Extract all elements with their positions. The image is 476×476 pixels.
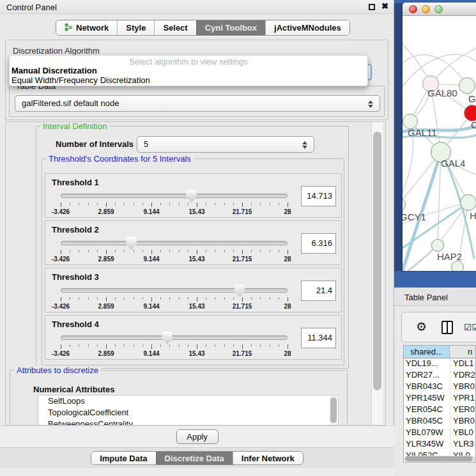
scrollbar-thumb[interactable] — [330, 397, 337, 423]
threshold-4-slider[interactable] — [61, 335, 288, 340]
attribute-item[interactable]: BetweennessCentrality — [38, 418, 338, 426]
table-row[interactable]: YDL19...YDL1 — [404, 358, 475, 370]
table-row[interactable]: YBL079WYBL0 — [404, 427, 475, 439]
tab-select[interactable]: Select — [154, 20, 196, 35]
node-label: H — [470, 210, 476, 221]
threshold-3-slider[interactable] — [61, 288, 288, 293]
network-canvas[interactable]: GAL80 G C GAL11 GAL4 GCY1 H HAP2 — [403, 16, 476, 271]
top-tab-bar: Network Style Select Cyni Toolbox jActiv… — [56, 20, 350, 36]
control-panel: Control Panel ✖ Network Style — [0, 0, 394, 476]
table-horizontal-scrollbar[interactable] — [404, 456, 475, 462]
slider-ticks — [61, 344, 288, 349]
slider-ticks — [61, 297, 288, 302]
tab-jactivemnodules[interactable]: jActiveMNodules — [265, 20, 349, 35]
thresholds-group: Threshold's Coordinates for 5 Intervals … — [42, 158, 344, 365]
num-intervals-select[interactable]: 5 — [137, 136, 314, 153]
algorithm-dropdown-popup: Select algorithm to view settings Manual… — [9, 55, 368, 86]
network-node[interactable] — [451, 261, 464, 271]
slider-ticks — [61, 203, 288, 208]
attributes-group-title: Attributes to discretize — [14, 365, 101, 375]
table-row[interactable]: YPR145WYPR1 — [404, 393, 475, 404]
tab-impute-data[interactable]: Impute Data — [91, 452, 155, 464]
node-label: GAL80 — [427, 88, 457, 98]
table-row[interactable]: YDR27...YDR2 — [404, 370, 475, 381]
attribute-item[interactable]: SelfLoops — [38, 395, 338, 407]
threshold-2-value-field[interactable]: 6.316 — [301, 233, 336, 254]
column-header-name[interactable]: n — [450, 346, 475, 358]
table-panel-header: Table Panel — [394, 288, 476, 306]
table-row[interactable]: YIL052CYIL0 — [404, 450, 475, 456]
slider-thumb[interactable] — [186, 190, 197, 203]
table-panel-title: Table Panel — [404, 293, 448, 302]
close-traffic-light[interactable] — [409, 5, 417, 13]
attributes-group: Attributes to discretize Numerical Attri… — [10, 370, 348, 426]
table-row[interactable]: YBR043CYBR0 — [404, 381, 475, 393]
table-body: YDL19...YDL1 YDR27...YDR2 YBR043CYBR0 YP… — [404, 358, 475, 456]
column-header-shared-name[interactable]: shared... — [404, 346, 450, 358]
threshold-1-slider[interactable] — [61, 194, 288, 198]
table-row[interactable]: YER054CYER0 — [404, 404, 475, 416]
network-node[interactable] — [460, 194, 476, 211]
node-label: GCY1 — [403, 211, 426, 222]
apply-button[interactable]: Apply — [176, 429, 219, 444]
minimize-traffic-light[interactable] — [422, 5, 430, 13]
network-node[interactable] — [459, 77, 475, 94]
threshold-4-value-field[interactable]: 11.344 — [301, 328, 336, 348]
attributes-list-scrollbar[interactable] — [330, 396, 337, 426]
tab-label: Cyni Toolbox — [205, 23, 257, 33]
algorithm-option-manual[interactable]: Manual Discretization — [10, 66, 367, 75]
threshold-4-box: Threshold 4 -3.426 2.859 9.144 15.43 21.… — [45, 315, 342, 360]
table-data-select[interactable]: galFiltered.sif default node — [15, 95, 380, 112]
table-header-row: shared... n — [404, 346, 475, 358]
network-view-window[interactable]: GAL80 G C GAL11 GAL4 GCY1 H HAP2 — [403, 3, 476, 271]
table-panel: Table Panel ⚙ ☑☑ shared... n YDL19...YDL… — [394, 288, 476, 476]
tab-discretize-data[interactable]: Discretize Data — [156, 452, 233, 464]
table-toolbar: ⚙ ☑☑ — [401, 312, 476, 342]
table-row[interactable]: YLR345WYLR3 — [404, 439, 475, 450]
tab-infer-network[interactable]: Infer Network — [233, 452, 303, 464]
algorithm-prompt-option[interactable]: Select algorithm to view settings — [10, 56, 367, 66]
scrollbar-thumb[interactable] — [405, 456, 472, 461]
scrollbar-thumb[interactable] — [373, 132, 381, 390]
tab-cyni-toolbox[interactable]: Cyni Toolbox — [196, 20, 265, 35]
threshold-label: Threshold 4 — [52, 319, 99, 329]
close-icon[interactable]: ✖ — [381, 1, 388, 11]
thresholds-group-title: Threshold's Coordinates for 5 Intervals — [46, 154, 194, 164]
table-row[interactable]: YBR045CYBR0 — [404, 416, 475, 427]
float-window-icon[interactable] — [369, 4, 375, 10]
num-intervals-value: 5 — [144, 139, 148, 149]
window-edge-strip — [394, 3, 403, 271]
bottom-tab-bar: Impute Data Discretize Data Infer Networ… — [0, 447, 394, 467]
slider-thumb[interactable] — [234, 284, 245, 297]
select-checkboxes-icon[interactable]: ☑☑ — [464, 322, 476, 332]
algorithm-option-equal-width[interactable]: Equal Width/Frequency Discretization — [10, 75, 367, 85]
threshold-1-value-field[interactable]: 14.713 — [301, 186, 336, 206]
panel-title: Control Panel — [6, 3, 57, 12]
tab-label: Select — [163, 23, 187, 33]
network-desktop: GAL80 G C GAL11 GAL4 GCY1 H HAP2 — [394, 0, 476, 288]
interval-definition-group: Interval Definition Number of Intervals … — [36, 126, 349, 369]
node-label: HAP2 — [437, 251, 462, 262]
settings-vertical-scrollbar[interactable] — [371, 122, 383, 425]
gear-icon[interactable]: ⚙ — [416, 319, 427, 334]
slider-thumb[interactable] — [126, 237, 137, 250]
threshold-3-value-field[interactable]: 21.4 — [301, 280, 336, 301]
zoom-traffic-light[interactable] — [434, 5, 443, 13]
slider-tick-labels: -3.426 2.859 9.144 15.43 21.715 28 — [61, 208, 288, 216]
network-node-hap2[interactable] — [431, 239, 444, 252]
tab-network[interactable]: Network — [56, 20, 117, 35]
control-panel-titlebar: Control Panel ✖ — [0, 0, 394, 14]
columns-icon[interactable] — [441, 321, 453, 334]
slider-thumb[interactable] — [162, 332, 173, 344]
slider-ticks — [61, 250, 288, 255]
tab-style[interactable]: Style — [117, 20, 154, 35]
network-window-titlebar[interactable] — [403, 3, 476, 16]
network-icon — [65, 23, 73, 33]
attribute-item[interactable]: TopologicalCoefficient — [38, 407, 338, 418]
node-label: G — [468, 93, 476, 104]
threshold-2-slider[interactable] — [61, 241, 288, 245]
threshold-2-box: Threshold 2 -3.426 2.859 9.144 15.43 21.… — [45, 220, 342, 265]
table-data-group: Table Data galFiltered.sif default node — [9, 86, 385, 117]
slider-tick-labels: -3.426 2.859 9.144 15.43 21.715 28 — [61, 303, 288, 311]
settings-scroll-area: Interval Definition Number of Intervals … — [5, 121, 386, 426]
